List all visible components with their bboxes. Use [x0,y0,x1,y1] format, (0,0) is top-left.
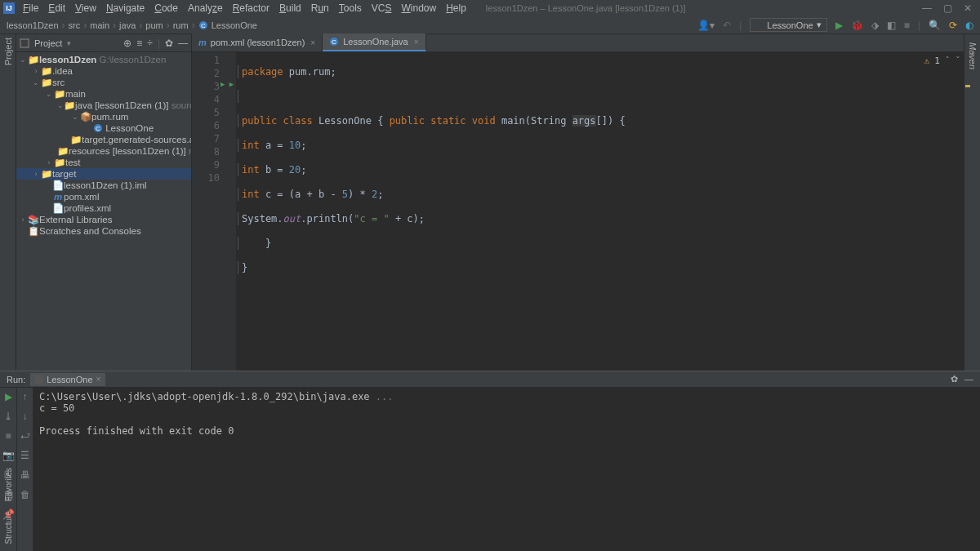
run-settings-icon[interactable]: ✿ [951,374,958,384]
menu-build[interactable]: Build [274,2,306,14]
scroll-end-icon[interactable]: ☰ [20,450,29,461]
tree-item-target-selected: ›📁target [16,168,191,180]
run-tab-icon [35,375,43,384]
rerun-icon[interactable]: ▶ [5,391,12,402]
dump-icon[interactable]: 📷 [2,450,15,461]
run-header: Run: LessonOne × ✿ — [0,371,980,388]
class-file-icon: C [93,123,103,133]
close-icon[interactable]: ✕ [964,2,972,14]
crumb-class[interactable]: C LessonOne [198,20,257,30]
warning-stripe-marker[interactable] [965,85,970,87]
inspection-widget[interactable]: ⚠1 ˆˇ [924,56,961,66]
favorites-tool-button[interactable]: Favorites [4,468,13,501]
svg-rect-3 [20,39,29,47]
left-tool-stripe: Project [0,34,16,371]
menu-vcs[interactable]: VCS [367,2,397,14]
profile-button[interactable]: ◧ [887,20,896,31]
svg-text:C: C [332,38,336,46]
clear-icon[interactable]: 🗑 [20,489,30,500]
project-view-icon [20,38,29,48]
menu-refactor[interactable]: Refactor [228,2,274,14]
crumb-pum[interactable]: pum [145,20,163,30]
run-tab[interactable]: LessonOne × [30,373,105,386]
stop-run-icon[interactable]: ⤓ [4,411,12,422]
crumb-project[interactable]: lesson1Dzen [7,20,59,30]
code-area[interactable]: 1 2 3 4 5 6 7 8 9 10 ▶ ▶ package pum.rum… [192,52,964,371]
java-class-icon: C [329,37,339,47]
run-label: Run: [7,375,25,384]
warning-icon: ⚠ [924,56,930,66]
app-logo-icon: IJ [3,2,15,14]
project-panel-header: Project ▾ ⊕ ≡ ÷ | ✿ — [16,34,191,52]
menu-help[interactable]: Help [441,2,471,14]
code-text[interactable]: package pum.rum; public class LessonOne … [236,52,964,371]
svg-rect-8 [35,375,43,384]
print-icon[interactable]: 🖶 [20,469,30,481]
menu-analyze[interactable]: Analyze [183,2,228,14]
window-title: lesson1Dzen – LessonOne.java [lesson1Dze… [486,3,686,13]
menu-file[interactable]: FFileile [18,2,43,14]
run-hide-icon[interactable]: — [964,374,973,384]
svg-text:C: C [201,22,206,29]
close-tab-icon[interactable]: × [310,38,315,47]
menu-view[interactable]: View [70,2,101,14]
coverage-button[interactable]: ⬗ [871,20,879,31]
stop2-icon[interactable]: ■ [5,430,11,442]
crumb-rum[interactable]: rum [173,20,189,30]
run-gutter-icon[interactable]: ▶ ▶ [220,80,234,88]
ide-features-icon[interactable]: ◐ [965,20,973,31]
menu-edit[interactable]: Edit [43,2,70,14]
tab-lessonone[interactable]: C LessonOne.java× [323,33,425,51]
maven-tool-button[interactable]: Maven [968,38,978,69]
menu-tools[interactable]: Tools [334,2,367,14]
crumb-main[interactable]: main [90,20,109,30]
console-output[interactable]: C:\Users\User\.jdks\adopt-openjdk-1.8.0_… [33,388,980,551]
crumb-src[interactable]: src [69,20,81,30]
svg-rect-2 [755,21,764,29]
user-icon[interactable]: 👤▾ [697,20,715,31]
menu-window[interactable]: Window [396,2,441,14]
run-config-icon [755,21,764,29]
title-bar: IJ FFileile Edit View Navigate Code Anal… [0,0,980,16]
project-panel: Project ▾ ⊕ ≡ ÷ | ✿ — ⌄📁lesson1Dzen G:\l… [16,34,192,371]
collapse-all-icon[interactable]: ÷ [147,38,153,49]
crumb-java[interactable]: java [119,20,136,30]
run-tool-window: Run: LessonOne × ✿ — ▶ ⤓ ■ 📷 ⇱ ▤ 📌 ↑ ↓ ⮐… [0,371,980,551]
settings-icon[interactable]: ✿ [165,38,173,49]
hide-icon[interactable]: — [178,38,188,49]
tab-pom[interactable]: m pom.xml (lesson1Dzen)× [192,33,323,51]
soft-wrap-icon[interactable]: ⮐ [20,430,30,442]
project-tool-button[interactable]: Project [3,38,13,70]
down-icon[interactable]: ↓ [23,411,28,422]
up-icon[interactable]: ↑ [23,391,28,402]
class-icon: C [198,20,208,30]
expand-all-icon[interactable]: ≡ [136,38,142,49]
run-button[interactable]: ▶ [835,20,843,31]
menu-run[interactable]: Run [306,2,334,14]
close-tab-icon[interactable]: × [414,38,419,47]
debug-button[interactable]: 🐞 [851,20,863,31]
project-tree[interactable]: ⌄📁lesson1Dzen G:\lesson1Dzen ›📁.idea ⌄📁s… [16,52,191,238]
menu-code[interactable]: Code [149,2,183,14]
search-everywhere-icon[interactable]: 🔍 [929,20,941,31]
update-icon[interactable]: ⟳ [949,20,957,31]
project-panel-title: Project [34,38,62,48]
gutter: 1 2 3 4 5 6 7 8 9 10 ▶ ▶ [192,52,236,371]
navigation-bar: lesson1Dzen› src› main› java› pum› rum› … [0,16,980,34]
minimize-icon[interactable]: — [922,2,932,14]
structure-tool-button[interactable]: Structure [4,511,13,544]
left-bottom-tool-stripe: Favorites Structure [0,463,16,549]
back-icon[interactable]: ↶ [723,20,731,31]
menu-navigate[interactable]: Navigate [101,2,149,14]
stop-button[interactable]: ■ [904,20,910,31]
select-opened-icon[interactable]: ⊕ [123,38,131,49]
svg-text:C: C [96,125,100,132]
run-config-selector[interactable]: LessonOne ▾ [750,18,826,32]
run-toolbar-right: ↑ ↓ ⮐ ☰ 🖶 🗑 [16,388,33,551]
maven-icon: m [198,38,207,47]
editor: m pom.xml (lesson1Dzen)× C LessonOne.jav… [192,34,964,371]
editor-tabs: m pom.xml (lesson1Dzen)× C LessonOne.jav… [192,34,964,52]
maximize-icon[interactable]: ▢ [943,2,952,14]
